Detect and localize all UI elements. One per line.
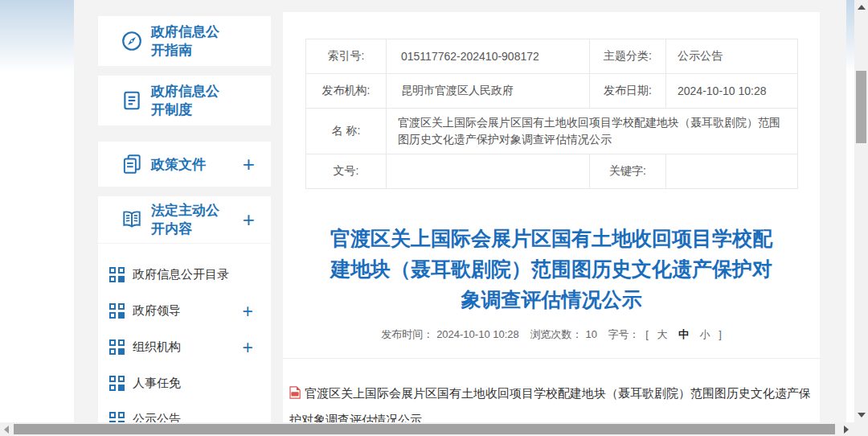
sidebar-item-label: 政策文件: [151, 155, 225, 174]
document-icon: [121, 89, 145, 112]
sidebar-item-label: 人事任免: [133, 376, 181, 391]
table-row: 索引号: 015117762-202410-908172 主题分类: 公示公告: [306, 39, 798, 74]
scroll-down-arrow-icon[interactable]: [858, 413, 866, 417]
sidebar-item-label: 组织机构: [133, 339, 181, 355]
sidebar-item-guide[interactable]: 政府信息公开指南: [98, 16, 271, 66]
font-size-large-button[interactable]: 大: [657, 328, 667, 340]
grid-icon: [109, 267, 125, 282]
topic-category-label: 主题分类:: [590, 39, 666, 74]
sidebar-item-personnel[interactable]: 人事任免: [98, 365, 271, 401]
scroll-right-arrow-icon[interactable]: [844, 426, 849, 434]
bracket-open: [: [645, 328, 649, 340]
publish-date-label: 发布日期:: [590, 74, 666, 109]
font-size-label: 字号：: [608, 328, 640, 340]
horizontal-scrollbar[interactable]: [0, 422, 868, 436]
index-number-value: 015117762-202410-908172: [387, 39, 590, 74]
grid-icon: [109, 303, 125, 319]
sidebar-item-label: 政府信息公开指南: [151, 23, 225, 60]
expand-plus-icon[interactable]: +: [243, 338, 253, 356]
article-panel: 索引号: 015117762-202410-908172 主题分类: 公示公告 …: [283, 12, 820, 436]
sidebar-item-policy-files[interactable]: 政策文件 +: [98, 142, 271, 187]
keyword-label: 关键字:: [590, 154, 666, 189]
page-title: 官渡区关上国际会展片区国有土地收回项目学校配建地块（聂耳歌剧院）范围图历史文化遗…: [326, 223, 776, 315]
scroll-up-arrow-icon[interactable]: [858, 5, 866, 10]
compass-icon: [121, 30, 145, 52]
doc-number-label: 文号:: [306, 154, 387, 189]
table-row: 文号: 关键字:: [306, 154, 798, 189]
index-number-label: 索引号:: [306, 39, 387, 74]
sidebar-menu: 政府信息公开目录 政府领导 + 组织机构 + 人事任免 公示公告: [98, 244, 271, 436]
table-row: 发布机构: 昆明市官渡区人民政府 发布日期: 2024-10-10 10:28: [306, 74, 798, 109]
views-label: 浏览次数：: [530, 328, 582, 340]
name-value: 官渡区关上国际会展片区国有土地收回项目学校配建地块（聂耳歌剧院）范围图历史文化遗…: [387, 109, 798, 154]
sidebar-item-organizations[interactable]: 组织机构 +: [98, 329, 271, 365]
doc-number-value: [387, 154, 590, 189]
publish-time-value: 2024-10-10 10:28: [436, 328, 519, 340]
publish-date-value: 2024-10-10 10:28: [666, 74, 798, 109]
topic-category-value: 公示公告: [666, 39, 798, 74]
sidebar-item-label: 政府信息公开制度: [151, 82, 225, 119]
sidebar-item-label: 政府领导: [133, 303, 181, 319]
scroll-left-arrow-icon[interactable]: [4, 426, 9, 434]
grid-icon: [109, 376, 125, 391]
sidebar-item-gov-leaders[interactable]: 政府领导 +: [98, 293, 271, 329]
copy-icon: [121, 153, 145, 175]
font-size-medium-button[interactable]: 中: [678, 328, 689, 340]
publish-time-label: 发布时间：: [381, 328, 433, 340]
page: 政府信息公开指南 政府信息公开制度 政策文件 +: [0, 0, 868, 436]
pdf-file-icon: [289, 386, 301, 399]
book-icon: [121, 208, 145, 231]
table-row: 名 称: 官渡区关上国际会展片区国有土地收回项目学校配建地块（聂耳歌剧院）范围图…: [306, 109, 798, 154]
sidebar-item-label: 政府信息公开目录: [133, 267, 229, 282]
font-size-small-button[interactable]: 小: [700, 328, 710, 340]
expand-plus-icon[interactable]: +: [243, 154, 255, 175]
sidebar-item-statutory-disclosure[interactable]: 法定主动公开内容 +: [98, 196, 271, 243]
publisher-value: 昆明市官渡区人民政府: [387, 74, 590, 109]
expand-plus-icon[interactable]: +: [243, 209, 255, 230]
grid-icon: [109, 339, 125, 355]
attachment-link-text: 官渡区关上国际会展片区国有土地收回项目学校配建地块（聂耳歌剧院）范围图历史文化遗…: [289, 386, 811, 426]
horizontal-scrollbar-thumb[interactable]: [14, 424, 835, 434]
vertical-scrollbar[interactable]: [854, 0, 868, 422]
article-meta: 发布时间：2024-10-10 10:28 浏览次数：10 字号： [ 大 中 …: [283, 327, 820, 342]
vertical-scrollbar-thumb[interactable]: [856, 71, 866, 143]
sidebar-item-label: 法定主动公开内容: [151, 201, 225, 238]
bracket-close: ]: [719, 328, 722, 340]
name-label: 名 称:: [306, 109, 387, 154]
content-divider: [283, 358, 820, 359]
sidebar-item-system[interactable]: 政府信息公开制度: [98, 76, 271, 125]
keyword-value: [666, 154, 798, 189]
publisher-label: 发布机构:: [306, 74, 387, 109]
sidebar-item-info-directory[interactable]: 政府信息公开目录: [98, 257, 271, 293]
expand-plus-icon[interactable]: +: [243, 302, 253, 320]
document-meta-table: 索引号: 015117762-202410-908172 主题分类: 公示公告 …: [305, 39, 798, 189]
views-value: 10: [585, 328, 596, 340]
